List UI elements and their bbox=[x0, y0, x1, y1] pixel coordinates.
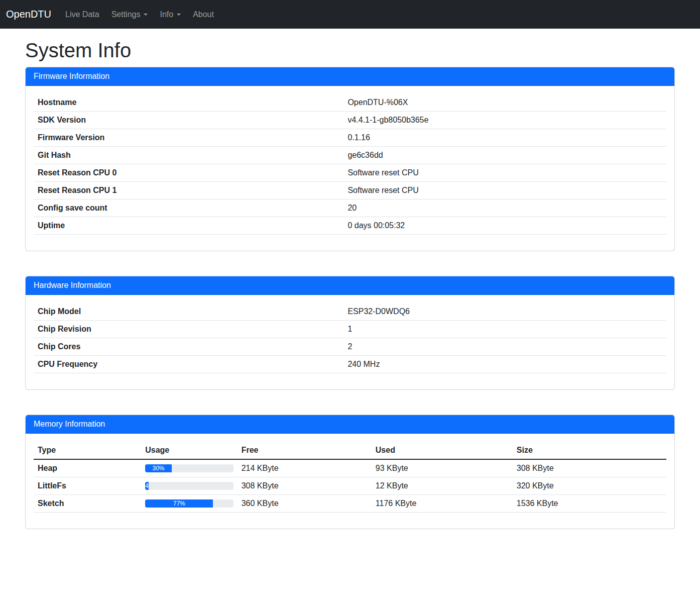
row-value: 0 days 00:05:32 bbox=[343, 217, 666, 235]
nav-item-label: Settings bbox=[111, 10, 141, 19]
nav-item-label: About bbox=[193, 10, 214, 19]
memory-table: Type Usage Free Used Size Heap bbox=[34, 442, 666, 513]
row-value: 20 bbox=[343, 199, 666, 217]
nav-item-settings[interactable]: Settings bbox=[107, 6, 152, 23]
used-value: 12 KByte bbox=[372, 477, 513, 495]
free-value: 308 KByte bbox=[238, 477, 372, 495]
table-row: Reset Reason CPU 0 Software reset CPU bbox=[34, 164, 666, 182]
row-label: Git Hash bbox=[34, 147, 343, 164]
progress-label: 77% bbox=[173, 499, 185, 508]
navbar: OpenDTU Live Data Settings Info About bbox=[0, 0, 700, 29]
table-row: Uptime 0 days 00:05:32 bbox=[34, 217, 666, 235]
progress-track: 4 bbox=[145, 482, 234, 490]
brand-link[interactable]: OpenDTU bbox=[6, 7, 51, 22]
free-value: 214 KByte bbox=[238, 459, 372, 477]
row-label: Chip Revision bbox=[34, 321, 343, 338]
row-value: OpenDTU-%06X bbox=[343, 94, 666, 112]
hardware-table: Chip Model ESP32-D0WDQ6 Chip Revision 1 … bbox=[34, 303, 666, 373]
row-label: SDK Version bbox=[34, 112, 343, 129]
table-row: Reset Reason CPU 1 Software reset CPU bbox=[34, 182, 666, 199]
firmware-card-body: Hostname OpenDTU-%06X SDK Version v4.4.1… bbox=[26, 86, 674, 251]
row-value: Software reset CPU bbox=[343, 182, 666, 199]
memory-type: LittleFs bbox=[34, 477, 141, 495]
used-value: 93 KByte bbox=[372, 459, 513, 477]
row-label: Hostname bbox=[34, 94, 343, 112]
table-row: SDK Version v4.4.1-1-gb8050b365e bbox=[34, 112, 666, 129]
table-row: Firmware Version 0.1.16 bbox=[34, 129, 666, 147]
chevron-down-icon bbox=[177, 14, 181, 16]
progress-track: 77% bbox=[145, 499, 234, 508]
usage-cell: 4 bbox=[141, 477, 238, 495]
column-header-used: Used bbox=[372, 442, 513, 459]
usage-cell: 30% bbox=[141, 459, 238, 477]
row-value: 240 MHz bbox=[343, 356, 666, 373]
firmware-table: Hostname OpenDTU-%06X SDK Version v4.4.1… bbox=[34, 94, 666, 235]
table-row: Heap 30% 214 KByte 93 KByte 308 KByt bbox=[34, 459, 666, 477]
usage-cell: 77% bbox=[141, 495, 238, 513]
memory-card-header: Memory Information bbox=[26, 415, 674, 434]
firmware-card-header: Firmware Information bbox=[26, 67, 674, 86]
nav-item-label: Info bbox=[160, 10, 173, 19]
memory-information-card: Memory Information Type Usage Free Used … bbox=[25, 415, 675, 529]
column-header-usage: Usage bbox=[141, 442, 238, 459]
progress-bar: 30% bbox=[145, 464, 172, 472]
progress-label: 4 bbox=[145, 482, 149, 490]
memory-card-body: Type Usage Free Used Size Heap bbox=[26, 434, 674, 529]
table-header-row: Type Usage Free Used Size bbox=[34, 442, 666, 459]
nav-item-about[interactable]: About bbox=[189, 6, 218, 23]
row-value: v4.4.1-1-gb8050b365e bbox=[343, 112, 666, 129]
chevron-down-icon bbox=[144, 14, 148, 16]
progress-track: 30% bbox=[145, 464, 234, 472]
nav-item-label: Live Data bbox=[65, 10, 99, 19]
size-value: 320 KByte bbox=[513, 477, 666, 495]
table-row: CPU Frequency 240 MHz bbox=[34, 356, 666, 373]
page-title: System Info bbox=[25, 38, 675, 62]
table-row: Chip Cores 2 bbox=[34, 338, 666, 356]
table-row: Chip Model ESP32-D0WDQ6 bbox=[34, 303, 666, 321]
table-row: Git Hash ge6c36dd bbox=[34, 147, 666, 164]
main-content: System Info Firmware Information Hostnam… bbox=[0, 38, 700, 529]
page: OpenDTU Live Data Settings Info About Sy… bbox=[0, 0, 700, 603]
used-value: 1176 KByte bbox=[372, 495, 513, 513]
memory-type: Sketch bbox=[34, 495, 141, 513]
row-label: Reset Reason CPU 1 bbox=[34, 182, 343, 199]
size-value: 1536 KByte bbox=[513, 495, 666, 513]
row-label: Reset Reason CPU 0 bbox=[34, 164, 343, 182]
row-label: Config save count bbox=[34, 199, 343, 217]
nav-item-info[interactable]: Info bbox=[156, 6, 185, 23]
table-row: Sketch 77% 360 KByte 1176 KByte 1536 bbox=[34, 495, 666, 513]
table-row: Config save count 20 bbox=[34, 199, 666, 217]
navbar-nav: Live Data Settings Info About bbox=[61, 6, 222, 23]
table-row: Chip Revision 1 bbox=[34, 321, 666, 338]
row-label: Uptime bbox=[34, 217, 343, 235]
free-value: 360 KByte bbox=[238, 495, 372, 513]
row-value: Software reset CPU bbox=[343, 164, 666, 182]
hardware-card-header: Hardware Information bbox=[26, 276, 674, 295]
column-header-type: Type bbox=[34, 442, 141, 459]
progress-label: 30% bbox=[152, 464, 164, 472]
column-header-size: Size bbox=[513, 442, 666, 459]
row-value: 0.1.16 bbox=[343, 129, 666, 147]
row-value: 1 bbox=[343, 321, 666, 338]
progress-bar: 77% bbox=[145, 499, 213, 508]
nav-item-live-data[interactable]: Live Data bbox=[61, 6, 103, 23]
row-label: Chip Model bbox=[34, 303, 343, 321]
row-value: 2 bbox=[343, 338, 666, 356]
memory-type: Heap bbox=[34, 459, 141, 477]
hardware-card-body: Chip Model ESP32-D0WDQ6 Chip Revision 1 … bbox=[26, 295, 674, 389]
column-header-free: Free bbox=[238, 442, 372, 459]
hardware-information-card: Hardware Information Chip Model ESP32-D0… bbox=[25, 276, 675, 390]
table-row: LittleFs 4 308 KByte 12 KByte 320 KB bbox=[34, 477, 666, 495]
progress-bar: 4 bbox=[145, 482, 149, 490]
row-label: Chip Cores bbox=[34, 338, 343, 356]
firmware-information-card: Firmware Information Hostname OpenDTU-%0… bbox=[25, 67, 675, 251]
row-label: CPU Frequency bbox=[34, 356, 343, 373]
row-label: Firmware Version bbox=[34, 129, 343, 147]
row-value: ESP32-D0WDQ6 bbox=[343, 303, 666, 321]
size-value: 308 KByte bbox=[513, 459, 666, 477]
row-value: ge6c36dd bbox=[343, 147, 666, 164]
table-row: Hostname OpenDTU-%06X bbox=[34, 94, 666, 112]
